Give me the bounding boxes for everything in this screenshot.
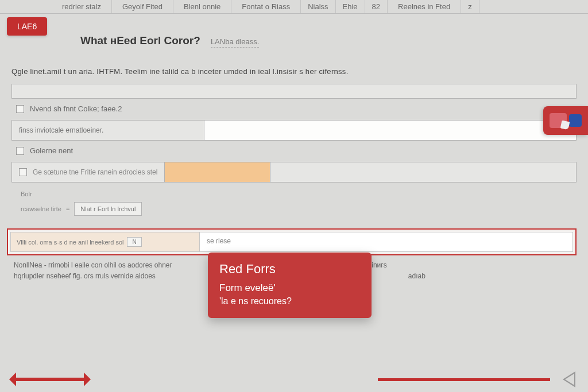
red-frame-mini[interactable]: N bbox=[127, 237, 141, 247]
nav-tab-4[interactable]: Nialss bbox=[301, 0, 335, 13]
top-nav: redrier stalz Geyolf Fited Blenl onnie F… bbox=[0, 0, 588, 14]
amber-row-label-wrap: Ge sœtune tne Fritie ranein edrocies ste… bbox=[12, 162, 164, 182]
popover-line1: Form eveleë' bbox=[219, 282, 360, 294]
page-subtitle: LANba dleass. bbox=[211, 37, 260, 48]
amber-input[interactable] bbox=[164, 162, 270, 182]
page-title: What нEed Eorl Coror? bbox=[80, 34, 200, 47]
nav-tab-1[interactable]: Geyolf Fited bbox=[112, 0, 173, 13]
nav-tab-5[interactable]: Ehie bbox=[336, 0, 365, 13]
intro-text: Qgle linet.amil t un aria. IHTFM. Teelim… bbox=[11, 67, 577, 76]
amber-row: Ge sœtune tne Fritie ranein edrocies ste… bbox=[11, 162, 577, 183]
field-input-include[interactable] bbox=[204, 121, 576, 140]
footnote-l1-left: NonllNea - rrimobi l eaile con olhil os … bbox=[14, 260, 172, 271]
brand-badge[interactable]: LAE6 bbox=[7, 17, 47, 36]
checkbox-2-label: Golerne nent bbox=[30, 146, 73, 155]
nav-tab-8[interactable]: z bbox=[461, 0, 479, 13]
field-row-include: finss inviotcale ernatloeiner. bbox=[11, 120, 577, 141]
nav-tab-7[interactable]: Reelnes in Fted bbox=[388, 0, 461, 13]
selector-group: Bolr rcawselne tirte = Nlat r Eort ln lr… bbox=[21, 191, 577, 216]
field-label-include: finss inviotcale ernatloeiner. bbox=[12, 121, 204, 140]
popover-line2: 'la e ns recuоres? bbox=[219, 296, 360, 306]
toggle-icon bbox=[569, 114, 582, 127]
double-arrow-icon[interactable] bbox=[13, 378, 87, 381]
red-frame-left: Vllli col. oma s-s d ne anil lneekerd so… bbox=[10, 232, 200, 252]
nav-tab-2[interactable]: Blenl onnie bbox=[173, 0, 231, 13]
feedback-widget[interactable] bbox=[543, 106, 588, 135]
red-frame-row: Vllli col. oma s-s d ne anil lneekerd so… bbox=[7, 228, 577, 255]
selector-dropdown[interactable]: Nlat r Eort ln lrchvul bbox=[74, 202, 142, 216]
empty-input-row[interactable] bbox=[11, 84, 577, 99]
nav-tab-0[interactable]: redrier stalz bbox=[52, 0, 112, 13]
progress-bar bbox=[378, 378, 550, 381]
envelope-icon bbox=[550, 113, 567, 128]
checkbox-row-1: Nvend sh fnnt Colke; faee.2 bbox=[16, 104, 577, 113]
checkbox-1-label: Nvend sh fnnt Colke; faee.2 bbox=[30, 104, 122, 113]
checkbox-1[interactable] bbox=[16, 105, 24, 113]
page-header: What нEed Eorl Coror? LANba dleass. bbox=[80, 34, 588, 48]
bottom-nav bbox=[0, 371, 588, 387]
popover-title: Red Forrs bbox=[219, 262, 360, 277]
selector-label: rcawselne tirte bbox=[21, 205, 61, 212]
amber-row-label: Ge sœtune tne Fritie ranein edrocies ste… bbox=[33, 168, 157, 176]
red-frame-left-text: Vllli col. oma s-s d ne anil lneekerd so… bbox=[17, 239, 123, 246]
footnote-l2-left: hqriupdler nseheef fig. ors rruls vernid… bbox=[14, 271, 156, 282]
nav-tab-6[interactable]: 82 bbox=[365, 0, 388, 13]
checkbox-row-2: Golerne nent bbox=[16, 146, 577, 155]
footnote-l2-right: adıab bbox=[408, 271, 425, 282]
selector-top-label: Bolr bbox=[21, 191, 577, 197]
red-frame-input[interactable]: se rlese bbox=[200, 232, 573, 252]
prev-icon[interactable] bbox=[563, 371, 575, 387]
nav-tab-3[interactable]: Fontat o Riass bbox=[231, 0, 301, 13]
checkbox-2[interactable] bbox=[16, 147, 24, 155]
checkbox-3[interactable] bbox=[19, 168, 27, 176]
amber-rest[interactable] bbox=[270, 162, 576, 182]
popover-card: Red Forrs Form eveleë' 'la e ns recuоres… bbox=[208, 253, 372, 318]
